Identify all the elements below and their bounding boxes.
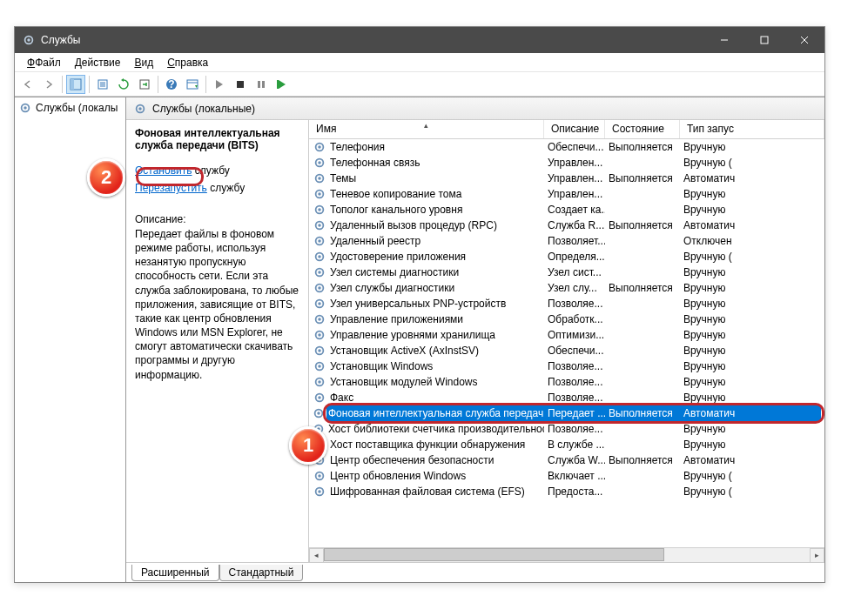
gear-icon xyxy=(313,218,326,232)
service-row[interactable]: Удостоверение приложенияОпределя...Вручн… xyxy=(309,249,824,264)
service-type: Автоматич xyxy=(680,172,824,184)
service-row[interactable]: Центр обеспечения безопасностиСлужба W..… xyxy=(309,452,824,468)
tab-extended[interactable]: Расширенный xyxy=(131,565,219,581)
gear-icon xyxy=(313,328,326,342)
service-desc: Обработк... xyxy=(544,313,605,325)
restart-service-button[interactable] xyxy=(272,75,292,94)
gear-icon xyxy=(313,312,326,326)
right-pane: Службы (локальные) Фоновая интеллектуаль… xyxy=(126,97,824,582)
properties-button[interactable] xyxy=(93,75,112,94)
service-desc: Предоста... xyxy=(544,485,605,498)
service-row[interactable]: Хост библиотеки счетчика производительно… xyxy=(309,421,824,437)
service-name: Установщик модулей Windows xyxy=(330,376,477,388)
service-desc: Включает ... xyxy=(544,470,605,482)
maximize-button[interactable] xyxy=(744,27,784,53)
service-desc: Узел сист... xyxy=(544,266,605,278)
svg-point-50 xyxy=(318,333,321,337)
scroll-right-button[interactable]: ▸ xyxy=(810,548,824,563)
pause-service-button[interactable] xyxy=(252,75,271,94)
restart-link[interactable]: Перезапустить xyxy=(135,182,207,194)
annotation-badge-2: 2 xyxy=(87,158,125,197)
service-row[interactable]: Узел универсальных PNP-устройствПозволяе… xyxy=(309,296,824,311)
service-row[interactable]: ТелефонияОбеспечи...ВыполняетсяВручную xyxy=(309,139,824,155)
service-desc: Управлен... xyxy=(544,157,605,169)
service-desc: Управлен... xyxy=(544,172,605,184)
show-hide-tree-button[interactable] xyxy=(66,75,85,94)
service-name: Узел системы диагностики xyxy=(330,266,459,278)
svg-rect-15 xyxy=(187,80,198,89)
service-row[interactable]: Теневое копирование томаУправлен...Вручн… xyxy=(309,186,824,202)
service-row[interactable]: Установщик WindowsПозволяе...Вручную xyxy=(309,358,824,374)
service-row[interactable]: Центр обновления WindowsВключает ...Вруч… xyxy=(309,468,824,484)
service-type: Вручную ( xyxy=(680,157,824,169)
service-row[interactable]: ТемыУправлен...ВыполняетсяАвтоматич xyxy=(309,171,824,186)
service-row[interactable]: Хост поставщика функции обнаруженияВ слу… xyxy=(309,437,824,452)
service-desc: В службе ... xyxy=(544,439,605,451)
service-rows: ТелефонияОбеспечи...ВыполняетсяВручнуюТе… xyxy=(309,139,824,547)
stop-link[interactable]: Остановить xyxy=(135,164,192,177)
menu-action[interactable]: Действие xyxy=(68,55,128,70)
col-status[interactable]: Состояние xyxy=(605,120,680,138)
service-desc: Позволяе... xyxy=(544,298,605,310)
service-row[interactable]: ФаксПозволяе...Вручную xyxy=(309,390,824,405)
minimize-button[interactable] xyxy=(704,27,744,53)
gear-icon xyxy=(313,250,326,264)
service-status: Выполняется xyxy=(605,282,680,294)
svg-point-32 xyxy=(318,192,321,196)
service-row[interactable]: Узел системы диагностикиУзел сист...Вруч… xyxy=(309,264,824,280)
col-name[interactable]: Имя▴ xyxy=(309,120,544,138)
service-row[interactable]: Удаленный вызов процедур (RPC)Служба R..… xyxy=(309,218,824,233)
service-row[interactable]: Удаленный реестрПозволяет...Отключен xyxy=(309,233,824,249)
service-row[interactable]: Установщик ActiveX (AxInstSV)Обеспечи...… xyxy=(309,343,824,358)
titlebar[interactable]: Службы xyxy=(15,27,824,53)
tree-root[interactable]: Службы (локалы xyxy=(15,99,125,117)
service-row[interactable]: Шифрованная файловая система (EFS)Предос… xyxy=(309,484,824,499)
service-row[interactable]: Управление приложениямиОбработк...Вручну… xyxy=(309,311,824,327)
service-name: Шифрованная файловая система (EFS) xyxy=(330,485,525,498)
service-name: Установщик Windows xyxy=(330,360,433,372)
forward-button[interactable] xyxy=(39,75,58,94)
svg-point-22 xyxy=(24,106,27,110)
service-row[interactable]: Управление уровнями хранилищаОптимизи...… xyxy=(309,327,824,343)
start-service-button[interactable] xyxy=(210,75,229,94)
col-startup-type[interactable]: Тип запус xyxy=(680,120,824,138)
list-pane: Имя▴ Описание Состояние Тип запус Телефо… xyxy=(309,120,824,562)
service-desc: Позволяе... xyxy=(544,423,605,435)
close-button[interactable] xyxy=(784,27,824,53)
scroll-left-button[interactable]: ◂ xyxy=(309,548,324,563)
help-button[interactable]: ? xyxy=(162,75,181,94)
service-name: Узел службы диагностики xyxy=(330,282,454,294)
col-desc[interactable]: Описание xyxy=(544,120,605,138)
menu-help[interactable]: Справка xyxy=(160,55,215,70)
service-name: Удаленный реестр xyxy=(330,235,420,247)
service-row[interactable]: Фоновая интеллектуальная служба передачи… xyxy=(309,405,824,421)
tab-standard[interactable]: Стандартный xyxy=(219,565,304,581)
service-name: Факс xyxy=(330,392,353,404)
service-desc: Позволяе... xyxy=(544,392,605,404)
service-row[interactable]: Установщик модулей WindowsПозволяе...Вру… xyxy=(309,374,824,390)
service-name: Темы xyxy=(330,172,356,184)
back-button[interactable] xyxy=(18,75,37,94)
service-row[interactable]: Телефонная связьУправлен...Вручную ( xyxy=(309,155,824,171)
export-button[interactable] xyxy=(135,75,154,94)
svg-rect-7 xyxy=(71,79,74,90)
scroll-track[interactable] xyxy=(324,548,810,563)
menu-file[interactable]: ФФайл xyxy=(20,55,68,70)
scroll-thumb[interactable] xyxy=(324,548,664,561)
service-type: Вручную xyxy=(680,298,824,310)
service-row[interactable]: Узел службы диагностикиУзел слу...Выполн… xyxy=(309,280,824,296)
service-desc: Обеспечи... xyxy=(544,141,605,153)
service-type: Вручную xyxy=(680,266,824,278)
refresh-button[interactable] xyxy=(114,75,133,94)
svg-point-48 xyxy=(318,318,321,321)
svg-rect-18 xyxy=(258,81,260,88)
menu-view[interactable]: Вид xyxy=(127,55,160,70)
gear-icon xyxy=(313,344,326,358)
list-button[interactable] xyxy=(183,75,202,94)
service-row[interactable]: Тополог канального уровняСоздает ка...Вр… xyxy=(309,202,824,218)
hscrollbar[interactable]: ◂ ▸ xyxy=(309,547,824,562)
gear-icon xyxy=(313,375,326,389)
description-text: Передает файлы в фоновом режиме работы, … xyxy=(135,227,299,382)
svg-point-56 xyxy=(318,380,321,384)
stop-service-button[interactable] xyxy=(231,75,250,94)
